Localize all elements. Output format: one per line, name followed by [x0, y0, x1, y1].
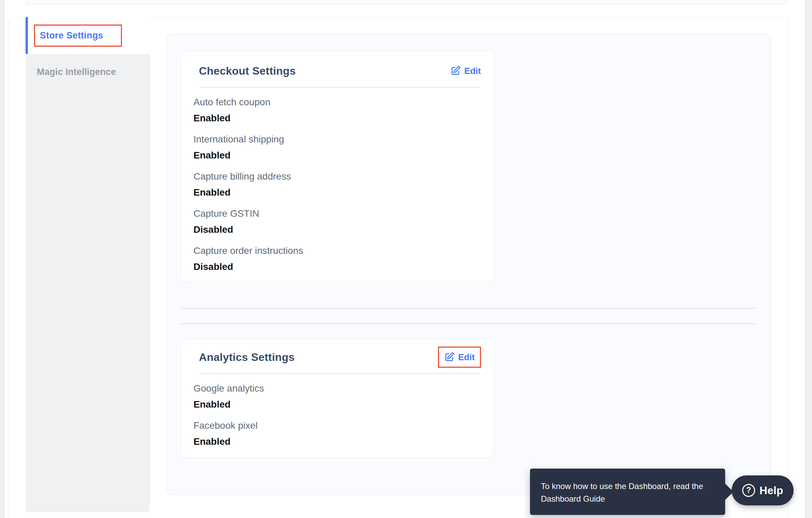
analytics-settings-header: Analytics Settings Edit [182, 347, 494, 368]
question-circle-icon: ? [742, 484, 755, 497]
sidebar-tab-label: Store Settings [40, 30, 103, 41]
setting-label: Google analytics [193, 383, 480, 394]
setting-label: Facebook pixel [193, 420, 480, 431]
setting-label: Capture GSTIN [193, 208, 480, 219]
setting-label: Capture order instructions [193, 245, 480, 257]
tooltip-text-line-2: Dashboard Guide [541, 492, 714, 505]
setting-value: Enabled [193, 399, 480, 410]
analytics-settings-list: Google analytics Enabled Facebook pixel … [193, 383, 480, 447]
dashboard-guide-tooltip: To know how to use the Dashboard, read t… [530, 469, 725, 515]
checkout-settings-header: Checkout Settings Edit [182, 63, 494, 78]
analytics-settings-card: Analytics Settings Edit Google analytics… [181, 339, 494, 458]
setting-label: Capture billing address [193, 171, 480, 182]
setting-value: Disabled [193, 224, 480, 235]
setting-value: Enabled [193, 187, 480, 198]
setting-label: International shipping [193, 134, 480, 145]
edit-pencil-square-icon [450, 66, 460, 76]
top-header-band [26, 0, 788, 5]
setting-item-international-shipping: International shipping Enabled [193, 134, 480, 161]
active-tab-indicator [26, 17, 28, 54]
section-divider-1 [181, 308, 757, 309]
store-settings-content-panel: Checkout Settings Edit Auto fetch coupon… [167, 34, 771, 495]
sidebar-tab-rail: Magic Intelligence [26, 54, 150, 512]
sidebar-tab-magic-intelligence[interactable]: Magic Intelligence [26, 54, 150, 77]
tooltip-text-line-1: To know how to use the Dashboard, read t… [541, 480, 714, 492]
help-button[interactable]: ? Help [732, 475, 794, 505]
left-edge-strip [0, 0, 5, 518]
checkout-settings-title: Checkout Settings [199, 63, 296, 78]
edit-pencil-square-icon [444, 352, 454, 362]
vertical-scrollbar[interactable] [805, 0, 812, 518]
setting-value: Enabled [193, 150, 480, 161]
setting-item-google-analytics: Google analytics Enabled [193, 383, 480, 410]
setting-item-facebook-pixel: Facebook pixel Enabled [193, 420, 480, 447]
checkout-edit-label: Edit [464, 65, 481, 77]
analytics-edit-label: Edit [458, 351, 475, 363]
analytics-edit-button[interactable]: Edit [444, 351, 475, 363]
setting-item-capture-billing-address: Capture billing address Enabled [193, 171, 480, 198]
checkout-edit-button[interactable]: Edit [450, 65, 481, 77]
setting-item-capture-order-instructions: Capture order instructions Disabled [193, 245, 480, 273]
checkout-settings-card: Checkout Settings Edit Auto fetch coupon… [181, 51, 494, 282]
annotation-box-analytics-edit: Edit [438, 347, 481, 368]
card-divider [199, 87, 479, 88]
help-button-label: Help [760, 484, 783, 497]
setting-item-auto-fetch-coupon: Auto fetch coupon Enabled [193, 96, 480, 124]
sidebar-tab-store-settings[interactable]: Store Settings [26, 17, 150, 54]
setting-value: Enabled [193, 436, 480, 447]
section-divider-2 [181, 323, 757, 324]
checkout-settings-list: Auto fetch coupon Enabled International … [193, 96, 480, 273]
setting-value: Disabled [193, 261, 480, 273]
setting-label: Auto fetch coupon [193, 96, 480, 108]
analytics-settings-title: Analytics Settings [199, 350, 295, 365]
setting-item-capture-gstin: Capture GSTIN Disabled [193, 208, 480, 235]
setting-value: Enabled [193, 112, 480, 124]
card-divider [199, 373, 479, 374]
